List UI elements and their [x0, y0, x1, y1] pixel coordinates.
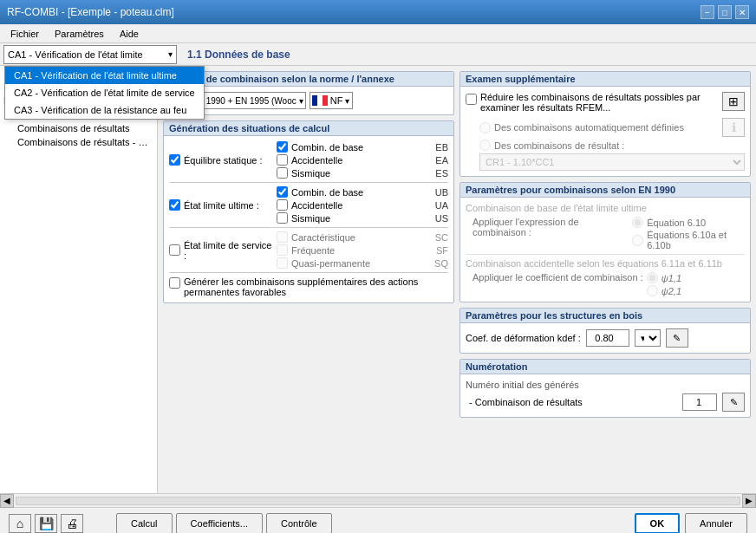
generation-panel: Génération des situations de calcul Équi…	[163, 120, 454, 303]
us-checkbox[interactable]	[277, 212, 288, 224]
coefficients-button[interactable]: Coefficients...	[176, 513, 263, 534]
expres-title: Expres. de combinaison selon la norme / …	[164, 72, 453, 87]
breadcrumb: 1.1 Données de base	[187, 49, 290, 61]
quasi-permanente-label: Quasi-permanente	[291, 258, 370, 269]
combin-base-eb-label: Combin. de base	[291, 142, 363, 153]
sc-checkbox	[277, 231, 288, 243]
toolbar-row: CA1 - Vérification de l'état limite ▾ 1.…	[0, 43, 756, 66]
frequente-label: Fréquente	[291, 245, 335, 256]
radio-result-label: Des combinaisons de résultat :	[494, 140, 624, 151]
scroll-right-button[interactable]: ▶	[742, 494, 756, 508]
accidentelle-ua-label: Accidentelle	[291, 200, 342, 211]
ea-checkbox[interactable]	[277, 154, 288, 166]
kdef-label: Coef. de déformation kdef :	[466, 333, 581, 343]
combi-num-edit-button[interactable]: ✎	[722, 393, 745, 412]
bottom-scrollbar: ◀ ▶	[0, 493, 756, 507]
etat-service-checkbox[interactable]	[169, 244, 180, 256]
eq610ab-label: Équations 6.10a et 6.10b	[647, 230, 745, 250]
menu-parametres[interactable]: Paramètres	[48, 27, 111, 41]
minimize-button[interactable]: −	[701, 5, 714, 19]
radio-result	[479, 140, 491, 151]
ub-code: UB	[435, 187, 448, 198]
annex-label: NF	[330, 95, 343, 106]
caracteristique-label: Caractéristique	[291, 232, 355, 243]
examen-title: Examen supplémentaire	[460, 72, 750, 87]
ca-dropdown[interactable]: CA1 - Vérification de l'état limite ▾	[3, 45, 177, 64]
params-bois-title: Paramètres pour les structures en bois	[460, 309, 750, 323]
ub-checkbox[interactable]	[277, 186, 288, 198]
ua-code: UA	[435, 200, 448, 211]
ok-button[interactable]: OK	[635, 513, 681, 534]
dropdown-item-ca2[interactable]: CA2 - Vérification de l'état limite de s…	[5, 84, 204, 101]
reduire-info-button[interactable]: ⊞	[722, 92, 745, 111]
scrollbar-track[interactable]	[16, 497, 740, 505]
appliquer-coeff-label: Appliquer le coefficient de combinaison …	[472, 272, 643, 283]
eq610ab-radio	[632, 235, 643, 246]
eb-checkbox[interactable]	[277, 141, 288, 153]
bottom-bar: ⌂ 💾 🖨 Calcul Coefficients... Contrôle OK…	[0, 507, 756, 533]
kdef-select[interactable]: ▾	[635, 329, 661, 347]
etat-service-label: État limite de service :	[184, 240, 273, 261]
supp-checkbox[interactable]	[169, 277, 180, 289]
print-button[interactable]: 🖨	[61, 514, 83, 533]
us-code: US	[435, 213, 448, 224]
equilibre-checkbox[interactable]	[169, 154, 180, 166]
menu-fichier[interactable]: Fichier	[3, 27, 46, 41]
sidebar: Actions Catégories d'action Résultats Co…	[0, 66, 158, 493]
save-button[interactable]: 💾	[35, 514, 57, 533]
annuler-button[interactable]: Annuler	[685, 513, 747, 534]
annex-select[interactable]: NF ▾	[310, 92, 353, 109]
controle-button[interactable]: Contrôle	[266, 513, 332, 534]
calcul-button[interactable]: Calcul	[116, 513, 173, 534]
sismique-es-label: Sismique	[291, 168, 330, 179]
window-title: RF-COMBI - [Exemple - poteau.clm]	[7, 6, 174, 18]
sf-code: SF	[436, 245, 448, 256]
ea-code: EA	[435, 155, 448, 166]
etat-ultime-checkbox[interactable]	[169, 199, 180, 211]
scroll-left-button[interactable]: ◀	[0, 494, 14, 508]
ua-checkbox[interactable]	[277, 199, 288, 211]
info-icon: ℹ	[732, 120, 736, 134]
num-initial-label: Numéro initial des générés	[466, 380, 745, 390]
edit2-icon: ✎	[730, 397, 738, 408]
maximize-button[interactable]: □	[718, 5, 732, 19]
params-bois-panel: Paramètres pour les structures en bois C…	[459, 308, 751, 354]
menu-aide[interactable]: Aide	[113, 27, 146, 41]
kdef-edit-button[interactable]: ✎	[666, 328, 688, 348]
close-button[interactable]: ✕	[735, 5, 749, 19]
save-icon: 💾	[39, 517, 54, 530]
examen-panel: Examen supplémentaire Réduire les combin…	[459, 71, 751, 177]
kdef-input[interactable]	[586, 329, 629, 347]
eq610-radio	[632, 217, 643, 228]
sq-code: SQ	[434, 258, 448, 269]
sidebar-item-combi-re[interactable]: Combinaisons de résultats - Ré	[0, 135, 157, 149]
home-button[interactable]: ⌂	[9, 514, 31, 533]
fr-flag-icon	[312, 95, 328, 106]
reduire-checkbox[interactable]	[466, 94, 477, 105]
params-en1990-title: Paramètres pour combinaisons selon EN 19…	[460, 183, 750, 198]
psi21-label: ψ2,1	[662, 286, 681, 296]
edit-icon: ✎	[673, 333, 681, 344]
norm-arrow-icon: ▾	[299, 96, 303, 106]
content-area: Expres. de combinaison selon la norme / …	[158, 66, 756, 493]
combi-acc-label: Combinaison accidentelle selon les équat…	[466, 258, 745, 269]
menu-bar: Fichier Paramètres Aide	[0, 24, 756, 43]
norm-label: EN 1990 + EN 1995 (Wooc	[192, 96, 297, 106]
dropdown-item-ca3[interactable]: CA3 - Vérification de la résistance au f…	[5, 101, 204, 119]
radio-auto	[479, 122, 491, 133]
sidebar-item-combi[interactable]: Combinaisons de résultats	[0, 121, 157, 135]
eb-code: EB	[435, 142, 448, 153]
params-en1990-panel: Paramètres pour combinaisons selon EN 19…	[459, 182, 751, 302]
appliquer-expr-label: Appliquer l'expression de combinaison :	[472, 217, 629, 237]
dropdown-item-ca1[interactable]: CA1 - Vérification de l'état limite ulti…	[5, 67, 204, 84]
combi-num-input[interactable]	[682, 393, 717, 411]
main-layout: Actions Catégories d'action Résultats Co…	[0, 66, 756, 493]
ca-dropdown-label: CA1 - Vérification de l'état limite	[8, 49, 143, 60]
es-checkbox[interactable]	[277, 167, 288, 179]
accidentelle-ea-label: Accidentelle	[291, 155, 342, 166]
eq610-label: Équation 6.10	[647, 218, 706, 228]
equilibre-row: Équilibre statique :	[169, 141, 273, 179]
equilibre-label: Équilibre statique :	[184, 155, 263, 166]
numerotation-panel: Numérotation Numéro initial des générés …	[459, 359, 751, 418]
expres-panel: Expres. de combinaison selon la norme / …	[163, 71, 454, 115]
